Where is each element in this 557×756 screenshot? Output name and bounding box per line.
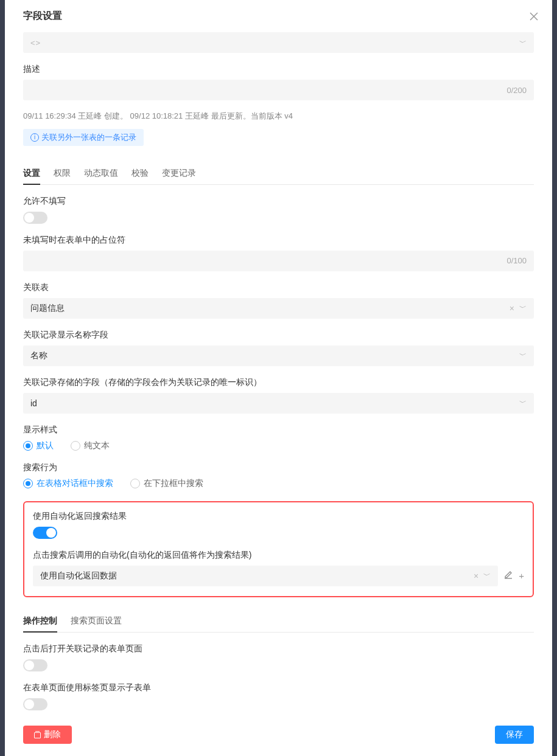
tab-search-page[interactable]: 搜索页面设置 bbox=[71, 611, 122, 633]
radio-default[interactable]: 默认 bbox=[23, 440, 54, 451]
tab-permissions[interactable]: 权限 bbox=[54, 163, 71, 185]
save-button[interactable]: 保存 bbox=[495, 726, 534, 744]
label-allow-empty: 允许不填写 bbox=[23, 196, 534, 207]
placeholder-input[interactable]: 0/100 bbox=[23, 251, 534, 271]
save-label: 保存 bbox=[506, 729, 523, 740]
chevron-down-icon: ﹀ bbox=[483, 570, 491, 581]
radio-plaintext-label: 纯文本 bbox=[84, 440, 110, 451]
select-rel-table[interactable]: 问题信息 × ﹀ bbox=[23, 298, 534, 319]
radio-search-dropdown[interactable]: 在下拉框中搜索 bbox=[130, 478, 203, 489]
edit-icon[interactable] bbox=[504, 570, 513, 581]
radio-default-label: 默认 bbox=[37, 440, 54, 451]
label-auto-search: 使用自动化返回搜索结果 bbox=[33, 511, 524, 522]
chevron-down-icon: ﹀ bbox=[519, 303, 527, 313]
select-automation[interactable]: 使用自动化返回数据 × ﹀ bbox=[33, 566, 498, 586]
delete-label: 删除 bbox=[44, 729, 61, 740]
radio-display-style: 默认 纯文本 bbox=[23, 440, 534, 451]
radio-search-behavior: 在表格对话框中搜索 在下拉框中搜索 bbox=[23, 478, 534, 489]
tab-action-control[interactable]: 操作控制 bbox=[23, 611, 57, 633]
select-rel-display[interactable]: 名称 ﹀ bbox=[23, 345, 534, 366]
toggle-tab-subform[interactable] bbox=[23, 698, 47, 710]
placeholder-counter: 0/100 bbox=[506, 256, 527, 265]
toggle-open-form[interactable] bbox=[23, 659, 47, 671]
trash-icon bbox=[34, 731, 41, 738]
clear-icon[interactable]: × bbox=[510, 303, 514, 313]
automation-highlight-box: 使用自动化返回搜索结果 点击搜索后调用的自动化(自动化的返回值将作为搜索结果) … bbox=[23, 501, 534, 597]
main-tabs: 设置 权限 动态取值 校验 变更记录 bbox=[23, 163, 534, 185]
label-open-form: 点击后打开关联记录的表单页面 bbox=[23, 643, 534, 654]
tab-validate[interactable]: 校验 bbox=[131, 163, 149, 185]
toggle-auto-search[interactable] bbox=[33, 527, 57, 539]
toggle-allow-empty[interactable] bbox=[23, 212, 47, 224]
chevron-down-icon: ﹀ bbox=[519, 350, 527, 361]
label-auto-call: 点击搜索后调用的自动化(自动化的返回值将作为搜索结果) bbox=[33, 550, 524, 561]
secondary-tabs: 操作控制 搜索页面设置 bbox=[23, 611, 534, 633]
meta-info: 09/11 16:29:34 王延峰 创建。 09/12 10:18:21 王延… bbox=[23, 110, 534, 123]
clear-icon[interactable]: × bbox=[474, 571, 478, 581]
label-search-behavior: 搜索行为 bbox=[23, 462, 534, 473]
add-icon[interactable]: + bbox=[519, 570, 524, 581]
label-rel-table: 关联表 bbox=[23, 282, 534, 293]
label-tab-subform: 在表单页面使用标签页显示子表单 bbox=[23, 682, 534, 693]
modal-footer: 删除 保存 bbox=[5, 716, 552, 756]
modal-header: 字段设置 bbox=[5, 0, 552, 32]
radio-search-dialog[interactable]: 在表格对话框中搜索 bbox=[23, 478, 113, 489]
code-expression-bar[interactable]: <> ﹀ bbox=[23, 32, 534, 53]
code-icon: <> bbox=[30, 38, 41, 47]
select-rel-store[interactable]: id ﹀ bbox=[23, 393, 534, 414]
select-rel-table-value: 问题信息 bbox=[30, 303, 65, 314]
select-rel-store-value: id bbox=[30, 398, 37, 408]
delete-button[interactable]: 删除 bbox=[23, 726, 72, 744]
field-type-label: 关联另外一张表的一条记录 bbox=[41, 132, 136, 143]
radio-search-dialog-label: 在表格对话框中搜索 bbox=[37, 478, 113, 489]
field-type-tag[interactable]: i 关联另外一张表的一条记录 bbox=[23, 129, 144, 146]
radio-search-dropdown-label: 在下拉框中搜索 bbox=[144, 478, 203, 489]
tab-settings[interactable]: 设置 bbox=[23, 163, 40, 185]
radio-plaintext[interactable]: 纯文本 bbox=[71, 440, 110, 451]
field-settings-modal: 字段设置 <> ﹀ 描述 0/200 09/11 16:29:34 王延峰 创建… bbox=[5, 0, 552, 756]
select-rel-display-value: 名称 bbox=[30, 350, 47, 361]
modal-title: 字段设置 bbox=[23, 10, 62, 23]
close-icon bbox=[530, 12, 538, 21]
tab-changelog[interactable]: 变更记录 bbox=[162, 163, 196, 185]
close-button[interactable] bbox=[528, 10, 540, 23]
chevron-down-icon: ﹀ bbox=[519, 38, 527, 48]
modal-body: <> ﹀ 描述 0/200 09/11 16:29:34 王延峰 创建。 09/… bbox=[5, 32, 552, 716]
label-display-style: 显示样式 bbox=[23, 425, 534, 435]
link-icon: i bbox=[30, 133, 39, 142]
label-rel-display: 关联记录显示名称字段 bbox=[23, 330, 534, 341]
desc-counter: 0/200 bbox=[506, 86, 527, 95]
tab-dynamic[interactable]: 动态取值 bbox=[84, 163, 118, 185]
description-input[interactable]: 0/200 bbox=[23, 80, 534, 100]
select-automation-value: 使用自动化返回数据 bbox=[40, 570, 117, 581]
chevron-down-icon: ﹀ bbox=[519, 398, 527, 408]
label-rel-store: 关联记录存储的字段（存储的字段会作为关联记录的唯一标识） bbox=[23, 377, 534, 388]
label-placeholder: 未填写时在表单中的占位符 bbox=[23, 235, 534, 246]
label-description: 描述 bbox=[23, 64, 534, 75]
